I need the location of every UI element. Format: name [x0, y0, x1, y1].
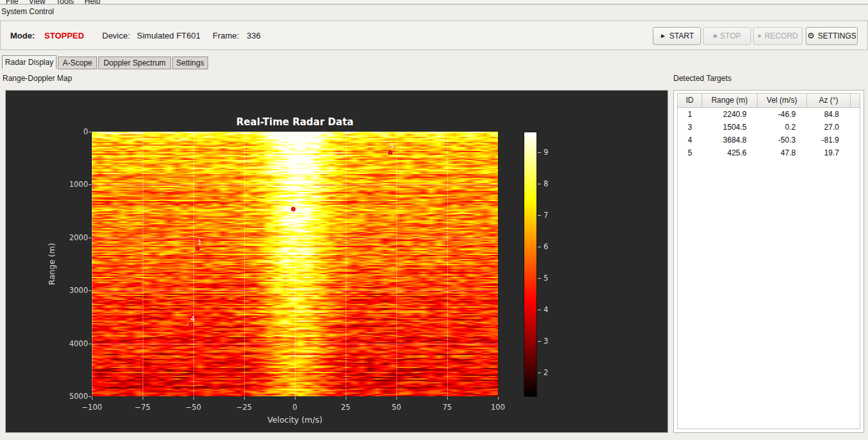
- x-tick-label: −25: [229, 403, 260, 412]
- menu-item-file[interactable]: File: [2, 0, 22, 4]
- menu-item-help[interactable]: Help: [81, 0, 105, 4]
- colorbar-tick-label: 4: [544, 305, 548, 314]
- target-id-label: 4: [188, 315, 198, 323]
- target-marker: [189, 322, 193, 327]
- record-icon: ●: [757, 32, 761, 39]
- y-tick-label: 1000: [61, 180, 88, 189]
- column-header-id[interactable]: ID: [678, 94, 702, 108]
- y-tick-mark: [89, 238, 91, 238]
- stop-button[interactable]: ■STOP: [703, 27, 751, 45]
- table-cell: 4: [678, 134, 702, 146]
- colorbar-tick-label: 7: [544, 211, 548, 220]
- x-tick-mark: [244, 397, 245, 400]
- y-tick-label: 4000: [61, 339, 88, 348]
- x-tick-mark: [295, 397, 296, 400]
- table-cell: 47.8: [757, 146, 806, 159]
- y-tick-mark: [89, 184, 91, 185]
- table-cell: -50.3: [757, 134, 806, 146]
- table-row[interactable]: 31504.50.227.0: [678, 121, 860, 134]
- colorbar-tick-label: 2: [544, 368, 548, 377]
- detected-targets-label: Detected Targets: [673, 74, 732, 83]
- table-row[interactable]: 5425.647.819.7: [678, 146, 860, 159]
- target-id-label: 5: [387, 142, 397, 150]
- column-header-filler: [851, 94, 860, 108]
- heatmap-canvas: [92, 132, 498, 396]
- column-header-az[interactable]: Az (°): [807, 94, 851, 108]
- colorbar-tick-mark: [538, 341, 541, 342]
- colorbar-tick-mark: [538, 310, 541, 310]
- table-cell: 0.2: [757, 121, 806, 134]
- x-tick-label: 75: [432, 403, 463, 412]
- table-cell: [849, 121, 860, 134]
- colorbar-tick-label: 9: [544, 148, 548, 157]
- colorbar-tick-mark: [538, 215, 541, 216]
- colorbar-tick-label: 3: [544, 337, 548, 346]
- targets-table: ID Range (m) Vel (m/s) Az (°) 12240.9-46…: [677, 93, 860, 429]
- x-tick-label: −50: [178, 403, 209, 412]
- x-tick-mark: [92, 397, 93, 400]
- colorbar: [524, 132, 537, 397]
- table-row[interactable]: 12240.9-46.984.8: [678, 108, 860, 121]
- column-header-vel[interactable]: Vel (m/s): [757, 94, 807, 108]
- system-control-bar: Mode: STOPPED Device: Simulated FT601 Fr…: [0, 21, 868, 50]
- y-axis-label: Range (m): [47, 232, 57, 296]
- table-cell: -46.9: [757, 108, 806, 121]
- stop-icon: ■: [713, 32, 717, 39]
- tab-a-scope[interactable]: A-Scope: [58, 57, 97, 69]
- colorbar-tick-label: 6: [544, 242, 548, 251]
- x-tick-mark: [396, 397, 397, 400]
- x-tick-mark: [143, 397, 143, 400]
- colorbar-tick-mark: [538, 184, 541, 184]
- tab-doppler-spectrum[interactable]: Doppler Spectrum: [98, 57, 171, 69]
- x-tick-label: 100: [483, 403, 513, 412]
- x-tick-label: 25: [330, 403, 361, 412]
- record-button[interactable]: ●RECORD: [753, 27, 802, 45]
- y-tick-label: 5000: [61, 392, 88, 401]
- frame-value: 336: [247, 31, 261, 40]
- colorbar-tick-label: 8: [544, 179, 548, 188]
- device-label: Device:: [102, 31, 130, 40]
- start-button[interactable]: ►START: [653, 27, 701, 45]
- table-cell: 1: [678, 108, 702, 121]
- colorbar-tick-mark: [538, 152, 541, 153]
- table-cell: 27.0: [806, 121, 849, 134]
- play-icon: ►: [660, 32, 666, 39]
- colorbar-tick-label: 5: [544, 274, 548, 283]
- colorbar-tick-mark: [538, 247, 541, 247]
- menu-bar: File View Tools Help: [0, 0, 868, 4]
- y-tick-mark: [89, 132, 91, 132]
- column-header-range[interactable]: Range (m): [702, 94, 757, 108]
- table-cell: 84.8: [806, 108, 849, 121]
- x-tick-label: 50: [381, 403, 412, 412]
- table-cell: [849, 134, 860, 146]
- tab-radar-display[interactable]: Radar Display: [2, 55, 57, 69]
- y-tick-label: 0: [61, 127, 88, 136]
- colorbar-tick-mark: [538, 278, 541, 279]
- table-cell: [849, 108, 860, 121]
- frame-label: Frame:: [213, 31, 239, 40]
- table-cell: -81.9: [806, 134, 849, 146]
- table-cell: 425.6: [702, 146, 757, 159]
- settings-button[interactable]: ⚙SETTINGS: [806, 27, 858, 45]
- detected-targets-panel: ID Range (m) Vel (m/s) Az (°) 12240.9-46…: [673, 90, 864, 433]
- table-cell: 1504.5: [702, 121, 757, 134]
- menu-item-tools[interactable]: Tools: [52, 0, 78, 4]
- y-tick-label: 2000: [61, 233, 88, 242]
- x-tick-mark: [346, 397, 346, 400]
- table-cell: 3: [678, 121, 702, 134]
- target-id-label: 1: [195, 238, 205, 247]
- tab-bar: Radar Display A-Scope Doppler Spectrum S…: [0, 55, 868, 69]
- menu-item-view[interactable]: View: [25, 0, 49, 4]
- x-tick-mark: [193, 397, 194, 400]
- table-cell: 5: [678, 146, 702, 159]
- y-tick-label: 3000: [61, 286, 88, 295]
- targets-table-header: ID Range (m) Vel (m/s) Az (°): [678, 94, 860, 108]
- tab-settings[interactable]: Settings: [172, 57, 208, 69]
- x-tick-mark: [498, 397, 499, 400]
- table-cell: 19.7: [806, 146, 849, 159]
- y-tick-mark: [89, 344, 91, 344]
- plot-title: Real-Time Radar Data: [92, 116, 498, 128]
- system-control-group-title: System Control: [1, 7, 54, 16]
- y-tick-mark: [89, 290, 91, 291]
- table-row[interactable]: 43684.8-50.3-81.9: [678, 134, 860, 146]
